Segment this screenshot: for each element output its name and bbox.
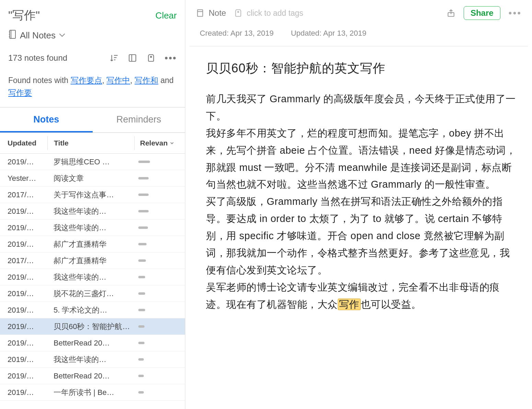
- note-row[interactable]: 2019/…BetterRead 20…: [0, 335, 185, 351]
- note-body[interactable]: 贝贝60秒：智能护航的英文写作 前几天我买了 Grammarly 的高级版年度会…: [185, 46, 532, 409]
- cell-relevance: [134, 243, 185, 245]
- note-row[interactable]: 2019/…郝广才直播精华: [0, 236, 185, 253]
- suggestion-link[interactable]: 写作要: [8, 88, 32, 97]
- clear-button[interactable]: Clear: [155, 10, 177, 21]
- cell-relevance: [134, 226, 185, 229]
- cell-title: 5. 学术论文的…: [47, 305, 134, 315]
- note-row[interactable]: 2017/…关于写作这点事…: [0, 187, 185, 203]
- relevance-bar: [138, 292, 145, 295]
- note-row[interactable]: 2019/…罗辑思维CEO …: [0, 154, 185, 170]
- cell-title: 我这些年读的…: [47, 272, 134, 282]
- cell-title: 我这些年读的…: [47, 223, 134, 233]
- tag-icon[interactable]: [146, 53, 156, 63]
- search-highlight: 写作: [338, 299, 361, 310]
- view-icon[interactable]: [128, 53, 137, 63]
- cell-relevance: [134, 210, 185, 212]
- cell-relevance: [134, 342, 185, 344]
- note-icon[interactable]: [196, 9, 205, 17]
- share-out-icon[interactable]: [447, 9, 455, 17]
- note-row[interactable]: 2019/…贝贝60秒：智能护航的英文…: [0, 318, 185, 335]
- cell-updated: 2019/…: [0, 388, 47, 397]
- note-row[interactable]: 2019/…我这些年读的…: [0, 351, 185, 368]
- cell-updated: 2019/…: [0, 289, 47, 298]
- note-row[interactable]: 2019/…脱不花的三盏灯…: [0, 285, 185, 302]
- col-relevance[interactable]: Relevan: [134, 136, 185, 150]
- topbar: Note click to add tags Share •••: [185, 0, 532, 25]
- relevance-bar: [138, 358, 144, 361]
- found-with: Found notes with 写作要点, 写作中, 写作和 and 写作要: [0, 70, 185, 107]
- cell-relevance: [134, 309, 185, 311]
- tag-outline-icon[interactable]: [234, 9, 243, 17]
- cell-relevance: [134, 161, 185, 163]
- cell-relevance: [134, 292, 185, 295]
- paragraph[interactable]: 买了高级版，Grammarly 当然在拼写和语法正确性之外给额外的指导。要达成 …: [206, 193, 516, 279]
- svg-rect-8: [129, 55, 136, 61]
- note-row[interactable]: Yester…阅读文章: [0, 170, 185, 187]
- relevance-bar: [138, 259, 146, 262]
- share-button[interactable]: Share: [464, 6, 500, 20]
- suggestion-link[interactable]: 写作中: [106, 76, 130, 85]
- notebook-selector[interactable]: All Notes: [0, 27, 185, 48]
- cell-title: 我这些年读的…: [47, 354, 134, 365]
- cell-updated: 2019/…: [0, 207, 47, 216]
- note-row[interactable]: 2019/…一年所读书 | Be…: [0, 384, 185, 401]
- topbar-more-icon[interactable]: •••: [509, 8, 522, 19]
- cell-relevance: [134, 177, 185, 179]
- paragraph[interactable]: 前几天我买了 Grammarly 的高级版年度会员，今天终于正式使用了一下。: [206, 91, 516, 125]
- cell-updated: 2019/…: [0, 372, 47, 381]
- cell-relevance: [134, 391, 185, 394]
- relevance-bar: [138, 194, 149, 196]
- col-updated[interactable]: Updated: [0, 136, 47, 150]
- tabs: Notes Reminders: [0, 107, 185, 133]
- cell-title: 郝广才直播精华: [47, 239, 134, 249]
- tab-notes[interactable]: Notes: [0, 107, 93, 132]
- chevron-down-icon: [59, 32, 65, 39]
- found-prefix: Found notes with: [8, 76, 71, 85]
- paragraph[interactable]: 我好多年不用英文了，烂的程度可想而知。提笔忘字，obey 拼不出来，先写个拼音 …: [206, 125, 516, 194]
- sort-caret-icon: [170, 140, 174, 146]
- note-type-label[interactable]: Note: [209, 8, 226, 18]
- suggestion-link[interactable]: 写作要点: [71, 76, 102, 85]
- note-row[interactable]: 2019/…我这些年读的…: [0, 220, 185, 236]
- cell-relevance: [134, 276, 185, 278]
- note-row[interactable]: 2019/…我这些年读的…: [0, 203, 185, 220]
- note-list[interactable]: 2019/…罗辑思维CEO …Yester…阅读文章2017/…关于写作这点事……: [0, 154, 185, 409]
- note-title[interactable]: 贝贝60秒：智能护航的英文写作: [206, 60, 516, 77]
- cell-title: 一年所读书 | Be…: [47, 387, 134, 398]
- search-term[interactable]: "写作": [8, 8, 40, 23]
- notebook-icon: [8, 30, 16, 42]
- svg-rect-11: [197, 10, 203, 16]
- suggestion-link[interactable]: 写作和: [135, 76, 158, 85]
- col-title[interactable]: Title: [47, 136, 134, 150]
- tab-reminders[interactable]: Reminders: [93, 107, 185, 132]
- svg-rect-0: [10, 30, 15, 38]
- updated-date: Updated: Apr 13, 2019: [291, 29, 366, 37]
- cell-updated: 2019/…: [0, 306, 47, 315]
- cell-updated: 2019/…: [0, 322, 47, 331]
- note-row[interactable]: 2019/…我这些年读的…: [0, 269, 185, 285]
- cell-title: 阅读文章: [47, 173, 134, 184]
- note-row[interactable]: 2017/…郝广才直播精华: [0, 253, 185, 269]
- tags-input[interactable]: click to add tags: [247, 9, 303, 18]
- cell-updated: Yester…: [0, 174, 47, 183]
- paragraph[interactable]: 吴军老师的博士论文请专业英文编辑改过，完全看不出非母语的痕迹。现在有了机器智能，…: [206, 279, 516, 313]
- cell-title: 脱不花的三盏灯…: [47, 289, 134, 299]
- created-date: Created: Apr 13, 2019: [200, 29, 274, 37]
- sort-icon[interactable]: [109, 53, 119, 63]
- cell-title: 贝贝60秒：智能护航的英文…: [47, 322, 134, 332]
- note-row[interactable]: 2019/…5. 学术论文的…: [0, 302, 185, 318]
- relevance-bar: [138, 226, 148, 229]
- note-content[interactable]: 前几天我买了 Grammarly 的高级版年度会员，今天终于正式使用了一下。 我…: [206, 91, 516, 313]
- relevance-bar: [138, 210, 149, 212]
- cell-relevance: [134, 259, 185, 262]
- cell-updated: 2019/…: [0, 355, 47, 364]
- relevance-bar: [138, 161, 150, 163]
- count-row: 173 notes found •••: [0, 48, 185, 70]
- main-panel: Note click to add tags Share ••• Created…: [185, 0, 532, 409]
- more-icon[interactable]: •••: [165, 52, 177, 63]
- meta-row: Created: Apr 13, 2019 Updated: Apr 13, 2…: [189, 25, 528, 46]
- list-header: Updated Title Relevan: [0, 133, 185, 154]
- cell-updated: 2019/…: [0, 339, 47, 348]
- svg-point-10: [150, 56, 151, 57]
- note-row[interactable]: 2019/…BetterRead 20…: [0, 368, 185, 384]
